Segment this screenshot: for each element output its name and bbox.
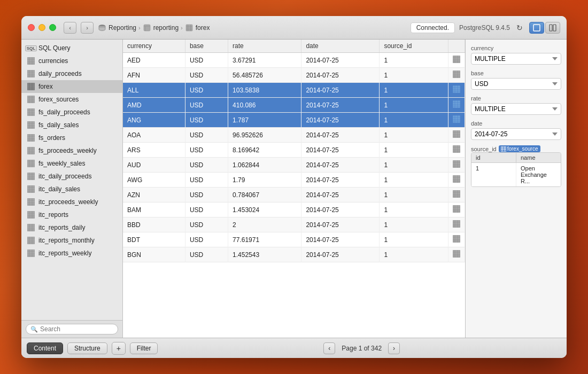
cell-rate: 1.453024 <box>228 202 301 217</box>
sidebar-item-forex[interactable]: forex <box>21 80 122 93</box>
cell-currency: AED <box>123 53 185 68</box>
cell-icon[interactable] <box>448 98 465 113</box>
cell-icon[interactable] <box>448 188 465 202</box>
fk-col-name: name <box>516 153 561 163</box>
rate-filter-select[interactable]: MULTIPLE <box>471 103 561 115</box>
view-single-button[interactable] <box>529 22 544 34</box>
sidebar-item-currencies[interactable]: currencies <box>21 54 122 67</box>
cell-icon[interactable] <box>448 232 465 247</box>
table-row[interactable]: AZN USD 0.784067 2014-07-25 1 <box>123 188 465 202</box>
filter-rate: rate MULTIPLE <box>471 95 561 115</box>
table-row[interactable]: ALL USD 103.5838 2014-07-25 1 <box>123 83 465 98</box>
sidebar-item-itc-reports[interactable]: itc_reports <box>21 208 122 221</box>
breadcrumb-reporting-schema[interactable]: reporting <box>143 24 179 32</box>
table-row[interactable]: BDT USD 77.61971 2014-07-25 1 <box>123 232 465 247</box>
table-row[interactable]: AOA USD 96.952626 2014-07-25 1 <box>123 128 465 143</box>
cell-rate: 8.169642 <box>228 143 301 158</box>
fk-table-header: id name <box>471 153 561 163</box>
table-row[interactable]: BAM USD 1.453024 2014-07-25 1 <box>123 202 465 217</box>
fk-badge[interactable]: forex_source <box>499 145 540 152</box>
close-button[interactable] <box>28 24 35 31</box>
cell-icon[interactable] <box>448 143 465 158</box>
cell-icon[interactable] <box>448 173 465 188</box>
table-row[interactable]: AFN USD 56.485726 2014-07-25 1 <box>123 68 465 83</box>
cell-source-id: 1 <box>380 68 448 83</box>
svg-rect-121 <box>453 85 460 93</box>
table-row[interactable]: AMD USD 410.086 2014-07-25 1 <box>123 98 465 113</box>
cell-icon[interactable] <box>448 202 465 217</box>
sidebar-item-itc-proceeds-weekly[interactable]: itc_proceeds_weekly <box>21 196 122 208</box>
maximize-button[interactable] <box>49 24 56 31</box>
view-split-button[interactable] <box>545 22 560 34</box>
cell-base: USD <box>185 128 228 143</box>
col-header-base[interactable]: base <box>185 40 228 53</box>
sidebar-item-fs-daily-sales[interactable]: fs_daily_sales <box>21 119 122 131</box>
sidebar-item-itc-reports-weekly[interactable]: itc_reports_weekly <box>21 247 122 260</box>
svg-rect-49 <box>27 134 35 142</box>
cell-icon[interactable] <box>448 68 465 83</box>
sidebar-item-sql-query[interactable]: SQL SQL Query <box>21 42 122 54</box>
sidebar-item-itc-daily-sales[interactable]: itc_daily_sales <box>21 183 122 196</box>
cell-rate: 96.952626 <box>228 128 301 143</box>
cell-date: 2014-07-25 <box>301 53 380 68</box>
col-header-date[interactable]: date <box>301 40 380 53</box>
minimize-button[interactable] <box>38 24 45 31</box>
table-row[interactable]: AWG USD 1.79 2014-07-25 1 <box>123 173 465 188</box>
cell-icon[interactable] <box>448 113 465 128</box>
table-row[interactable]: AUD USD 1.062844 2014-07-25 1 <box>123 158 465 173</box>
cell-date: 2014-07-25 <box>301 247 380 262</box>
table-grid-icon <box>27 159 35 168</box>
cell-icon[interactable] <box>448 217 465 232</box>
col-header-source-id[interactable]: source_id <box>380 40 448 53</box>
sidebar-item-daily-proceeds[interactable]: daily_proceeds <box>21 67 122 80</box>
search-input[interactable] <box>40 325 110 333</box>
cell-icon[interactable] <box>448 247 465 262</box>
schema-icon <box>143 24 151 32</box>
date-filter-select[interactable]: 2014-07-25 <box>471 128 561 140</box>
table-row[interactable]: ANG USD 1.787 2014-07-25 1 <box>123 113 465 128</box>
fk-row[interactable]: 1 Open Exchange R... <box>471 163 561 186</box>
cell-source-id: 1 <box>380 83 448 98</box>
breadcrumb-reporting[interactable]: Reporting <box>98 24 136 32</box>
col-header-currency[interactable]: currency <box>123 40 185 53</box>
table-grid-icon <box>27 69 35 78</box>
sidebar-item-fs-weekly-sales[interactable]: fs_weekly_sales <box>21 157 122 170</box>
base-filter-select[interactable]: USD <box>471 78 561 90</box>
refresh-button[interactable]: ↻ <box>514 22 525 33</box>
cell-icon[interactable] <box>448 128 465 143</box>
next-page-button[interactable]: › <box>388 342 400 354</box>
table-row[interactable]: AED USD 3.67291 2014-07-25 1 <box>123 53 465 68</box>
currency-filter-select[interactable]: MULTIPLE <box>471 53 561 65</box>
sidebar-item-fs-daily-proceeds[interactable]: fs_daily_proceeds <box>21 106 122 119</box>
cell-currency: BDT <box>123 232 185 247</box>
cell-base: USD <box>185 188 228 202</box>
table-row[interactable]: BBD USD 2 2014-07-25 1 <box>123 217 465 232</box>
prev-page-button[interactable]: ‹ <box>323 342 335 354</box>
sidebar-item-itc-daily-proceeds[interactable]: itc_daily_proceeds <box>21 170 122 183</box>
sidebar-item-fs-orders[interactable]: fs_orders <box>21 131 122 144</box>
filter-button[interactable]: Filter <box>130 342 158 354</box>
cell-rate: 1.062844 <box>228 158 301 173</box>
cell-icon[interactable] <box>448 158 465 173</box>
sidebar-item-fs-proceeds-weekly[interactable]: fs_proceeds_weekly <box>21 144 122 157</box>
fk-col-id: id <box>471 153 516 163</box>
content-tab-button[interactable]: Content <box>27 342 63 354</box>
breadcrumb-forex[interactable]: forex <box>185 24 210 32</box>
cell-source-id: 1 <box>380 143 448 158</box>
svg-rect-169 <box>453 205 460 213</box>
col-header-rate[interactable]: rate <box>228 40 301 53</box>
sidebar-item-itc-reports-monthly[interactable]: itc_reports_monthly <box>21 234 122 247</box>
table-row[interactable]: BGN USD 1.452543 2014-07-25 1 <box>123 247 465 262</box>
add-row-button[interactable]: + <box>112 342 126 355</box>
table-body: AED USD 3.67291 2014-07-25 1 AFN USD 56.… <box>123 53 465 262</box>
table-row[interactable]: ARS USD 8.169642 2014-07-25 1 <box>123 143 465 158</box>
back-button[interactable]: ‹ <box>64 22 76 34</box>
structure-tab-button[interactable]: Structure <box>67 342 107 354</box>
sidebar-item-itc-reports-daily[interactable]: itc_reports_daily <box>21 221 122 234</box>
rate-filter-label: rate <box>471 95 561 102</box>
cell-icon[interactable] <box>448 53 465 68</box>
cell-icon[interactable] <box>448 83 465 98</box>
sidebar-item-label: itc_daily_sales <box>38 185 80 193</box>
forward-button[interactable]: › <box>81 22 94 34</box>
sidebar-item-forex-sources[interactable]: forex_sources <box>21 93 122 106</box>
